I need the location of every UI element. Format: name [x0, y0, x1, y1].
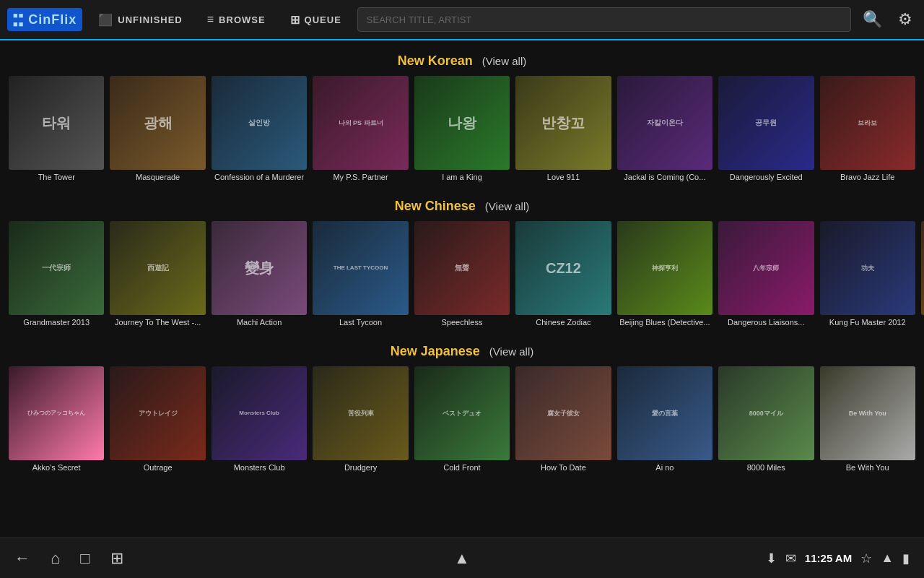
search-input[interactable]: SEARCH TITLE, ARTIST — [357, 7, 851, 32]
movie-poster: 一代宗师 — [9, 221, 104, 315]
japanese-section-header: New Japanese (View all) — [0, 344, 924, 359]
tv-icon: ⬛ — [98, 13, 113, 27]
bottom-right-controls: ⬇ ✉ 11:25 AM ☆ ▲ ▮ — [766, 551, 910, 566]
list-item[interactable]: ひみつのアッコちゃん Akko's Secret — [6, 366, 107, 483]
list-item[interactable]: 無聲 Speechless — [411, 221, 513, 338]
list-item[interactable]: 神探亨利 Beijing Blues (Detective... — [614, 221, 715, 338]
movie-title: Love 911 — [515, 173, 611, 193]
list-item[interactable]: 나의 PS 파트너 My P.S. Partner — [310, 76, 411, 193]
bluetooth-icon: ☆ — [860, 551, 872, 566]
movie-poster: THE LAST TYCOON — [313, 221, 408, 315]
list-item[interactable]: 반창꼬 Love 911 — [513, 76, 614, 193]
queue-button[interactable]: ⊞ QUEUE — [282, 9, 350, 31]
list-item[interactable]: 광해 Masquerade — [107, 76, 208, 193]
chinese-view-all[interactable]: (View all) — [485, 200, 529, 212]
movie-poster: 자칼이온다 — [617, 76, 712, 170]
list-item[interactable]: 愛の言葉 Ai no — [614, 366, 715, 483]
movie-title: 8000 Miles — [718, 463, 814, 483]
chinese-section-header: New Chinese (View all) — [0, 199, 924, 214]
recent-apps-button[interactable]: □ — [80, 549, 90, 568]
notification-icon: ✉ — [785, 551, 796, 566]
japanese-view-all[interactable]: (View all) — [489, 345, 533, 358]
movie-title: Dangerously Excited — [718, 173, 814, 193]
movie-poster: 타워 — [9, 76, 104, 170]
list-item[interactable]: 八年宗师 Dangerous Liaisons... — [715, 221, 816, 338]
list-item[interactable]: 一代宗师 Grandmaster 2013 — [6, 221, 107, 338]
list-item[interactable]: 살인방 Confession of a Murderer — [209, 76, 310, 193]
movie-poster: ベストデュオ — [414, 366, 510, 460]
list-item[interactable]: 공무원 Dangerously Excited — [715, 76, 816, 193]
list-item[interactable]: THE LAST TYCOON Last Tycoon — [310, 221, 411, 338]
movie-title: My P.S. Partner — [313, 173, 408, 193]
list-item[interactable]: Monsters Club Monsters Club — [209, 366, 310, 483]
movie-poster: アウトレイジ — [110, 366, 205, 460]
movie-poster: 愛の言葉 — [617, 366, 712, 460]
settings-button[interactable]: ⚙ — [894, 6, 917, 33]
download-icon: ⬇ — [766, 551, 777, 566]
screenshot-button[interactable]: ⊞ — [110, 549, 123, 568]
korean-title: New Korean — [398, 53, 473, 68]
movie-title: Bravo Jazz Life — [820, 173, 915, 193]
movie-poster: Monsters Club — [212, 366, 307, 460]
battery-icon: ▮ — [902, 551, 910, 566]
list-item[interactable]: アウトレイジ Outrage — [107, 366, 208, 483]
movie-poster: 變身 — [212, 221, 307, 315]
movie-title: Monsters Club — [212, 463, 307, 483]
movie-title: Outrage — [110, 463, 205, 483]
movie-poster: 브라보 — [820, 76, 915, 170]
list-item[interactable]: 變身 Machi Action — [209, 221, 310, 338]
list-item[interactable]: CZ12 Chinese Zodiac — [513, 221, 614, 338]
movie-poster: 8000マイル — [718, 366, 814, 460]
list-item[interactable]: Lost... Lost In Thailand... — [918, 221, 924, 338]
browse-button[interactable]: ≡ BROWSE — [199, 9, 274, 30]
korean-section-header: New Korean (View all) — [0, 53, 924, 69]
bottom-center-controls: ▲ — [454, 549, 470, 568]
search-button[interactable]: 🔍 — [858, 6, 886, 33]
movie-title: Lost In Thailand... — [921, 318, 924, 338]
movie-title: Machi Action — [212, 318, 307, 338]
movie-title: Grandmaster 2013 — [9, 318, 104, 338]
movie-poster: 반창꼬 — [515, 76, 611, 170]
logo-text: CinFlix — [28, 12, 77, 27]
grid-icon: ⊞ — [290, 13, 300, 27]
movie-poster: 功夫 — [820, 221, 915, 315]
japanese-title: New Japanese — [391, 344, 480, 358]
app-logo[interactable]: ■■■■ CinFlix — [7, 8, 82, 31]
movie-title: Drudgery — [313, 463, 408, 483]
top-navigation: ■■■■ CinFlix ⬛ UNFINISHED ≡ BROWSE ⊞ QUE… — [0, 0, 924, 40]
list-item[interactable]: Be With You Be With You — [817, 366, 918, 483]
movie-title: Jackal is Coming (Co... — [617, 173, 712, 193]
list-item[interactable]: 西遊記 Journey To The West -... — [107, 221, 208, 338]
list-item[interactable]: 타워 The Tower — [6, 76, 107, 193]
list-item[interactable]: 브라보 Bravo Jazz Life — [817, 76, 918, 193]
movie-title: Last Tycoon — [313, 318, 408, 338]
list-item[interactable]: 8000マイル 8000 Miles — [715, 366, 816, 483]
korean-view-all[interactable]: (View all) — [482, 55, 526, 67]
movie-title: I am a King — [414, 173, 510, 193]
list-item[interactable]: 腐女子彼女 How To Date — [513, 366, 614, 483]
movie-poster: 나왕 — [414, 76, 510, 170]
movie-poster: 공무원 — [718, 76, 814, 170]
movie-title: Beijing Blues (Detective... — [617, 318, 712, 338]
movie-poster: ひみつのアッコちゃん — [9, 366, 104, 460]
movie-poster: 腐女子彼女 — [515, 366, 611, 460]
list-item[interactable]: 苦役列車 Drudgery — [310, 366, 411, 483]
back-button[interactable]: ← — [14, 549, 30, 568]
movie-poster: 광해 — [110, 76, 205, 170]
home-button[interactable]: ⌂ — [51, 549, 60, 568]
scroll-up-button[interactable]: ▲ — [454, 549, 470, 567]
list-item[interactable]: 자칼이온다 Jackal is Coming (Co... — [614, 76, 715, 193]
unfinished-button[interactable]: ⬛ UNFINISHED — [90, 9, 191, 31]
movie-title: The Tower — [9, 173, 104, 193]
list-item[interactable]: 功夫 Kung Fu Master 2012 — [817, 221, 918, 338]
movie-title: Journey To The West -... — [110, 318, 205, 338]
movie-title: Confession of a Murderer — [212, 173, 307, 193]
movie-title: Masquerade — [110, 173, 205, 193]
time-display: 11:25 AM — [805, 552, 852, 564]
chinese-section: New Chinese (View all) 一代宗师 Grandmaster … — [0, 199, 924, 338]
list-item[interactable]: ベストデュオ Cold Front — [411, 366, 513, 483]
movie-title: Cold Front — [414, 463, 510, 483]
movie-title: Akko's Secret — [9, 463, 104, 483]
list-item[interactable]: 나왕 I am a King — [411, 76, 513, 193]
movie-poster: 나의 PS 파트너 — [313, 76, 408, 170]
